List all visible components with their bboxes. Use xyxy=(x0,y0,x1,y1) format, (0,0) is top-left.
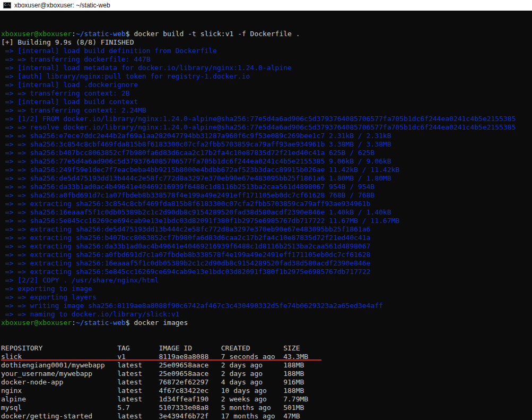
terminal-line: => [2/2] COPY . /usr/share/nginx/html xyxy=(1,276,532,285)
terminal-line: => => transferring context: 2.24MB xyxy=(1,106,532,115)
red-underline-annotation xyxy=(1,359,321,361)
cell-image_id: 76872ef62297 xyxy=(159,378,221,387)
terminal-line: => => sha256:b407bcc8063852cf7b980fa6d83… xyxy=(1,149,532,157)
terminal-line: => => writing image sha256:8119ae8a8088f… xyxy=(1,302,532,310)
cell-tag: 5.7 xyxy=(117,404,159,412)
cell-image_id: 25e09658aace xyxy=(159,361,221,370)
terminal-line: => => transferring context: 2B xyxy=(1,89,532,98)
terminal-line: => => sha256:249f59e1dec7f7eacbeba4bb921… xyxy=(1,166,532,174)
cell-size: 916MB xyxy=(283,378,333,387)
image-row: mysql5.75107333e08a85 months ago501MB xyxy=(1,404,532,412)
cell-repository: docker-node-app xyxy=(1,378,117,387)
cell-repository: docker/getting-started xyxy=(1,412,117,420)
cell-size: 47MB xyxy=(283,412,333,420)
terminal-line: => => sha256:16eaaaf5f1c0db05389b2c1c2d9… xyxy=(1,208,532,217)
terminal-line: => => extracting sha256:da33b1ad0ac4b496… xyxy=(1,242,532,251)
terminal-line: => => exporting layers xyxy=(1,293,532,302)
cell-tag: latest xyxy=(117,395,159,404)
image-row: docker/getting-startedlatest3e4394f6b72f… xyxy=(1,412,532,420)
terminal-line: xboxuser@xboxuser:~/static-web$ docker b… xyxy=(1,30,532,38)
terminal-screen[interactable]: xboxuser@xboxuser:~/static-web$ docker b… xyxy=(0,11,532,420)
build-output: xboxuser@xboxuser:~/static-web$ docker b… xyxy=(1,30,532,327)
cell-repository: REPOSITORY xyxy=(1,344,117,353)
terminal-line: => => resolve docker.io/library/nginx:1.… xyxy=(1,123,532,132)
cell-repository: dothiengiang0001/mywebapp xyxy=(1,361,117,370)
image-row: nginxlatest4f67c83422ec10 days ago188MB xyxy=(1,387,532,395)
cell-image_id: 25e09658aace xyxy=(159,370,221,378)
terminal-line: => => extracting sha256:5e845cc16269ce69… xyxy=(1,268,532,276)
terminal-line: => [auth] library/nginx:pull token for r… xyxy=(1,72,532,81)
cell-tag: latest xyxy=(117,412,159,420)
cell-tag: TAG xyxy=(117,344,159,353)
cell-image_id: 3e4394f6b72f xyxy=(159,412,221,420)
terminal-line: => => extracting sha256:a0fbd691d7c1a07f… xyxy=(1,251,532,259)
cell-image_id: 5107333e08a8 xyxy=(159,404,221,412)
cell-size: 501MB xyxy=(283,404,333,412)
terminal-line: => [internal] load build definition from… xyxy=(1,47,532,55)
cell-size: 188MB xyxy=(283,387,333,395)
cell-image_id: 4f67c83422ec xyxy=(159,387,221,395)
image-row: slickv18119ae8a80887 seconds ago43.3MB xyxy=(1,353,532,361)
terminal-line: => => sha256:3c854c8cbf469fda815b8f61833… xyxy=(1,140,532,149)
cell-size: SIZE xyxy=(283,344,333,353)
terminal-line: => => sha256:e7ece7ddc2e44b2af69a1aa2820… xyxy=(1,132,532,140)
cell-size: 188MB xyxy=(283,370,333,378)
cell-created: 2 days ago xyxy=(221,361,283,370)
terminal-line: => => sha256:77e5d4a6ad906c5d37937640857… xyxy=(1,157,532,166)
cell-image_id: 1d34ffeaf190 xyxy=(159,395,221,404)
terminal-line: => => extracting sha256:3c854c8cbf469fda… xyxy=(1,200,532,208)
terminal-line: xboxuser@xboxuser:~/static-web$ docker i… xyxy=(1,319,532,327)
table-header-row: REPOSITORYTAGIMAGE IDCREATEDSIZE xyxy=(1,344,532,353)
cell-tag: latest xyxy=(117,370,159,378)
cell-created: 10 days ago xyxy=(221,387,283,395)
window-titlebar[interactable]: C:\. xboxuser@xboxuser: ~/static-web xyxy=(0,0,532,11)
console-icon: C:\. xyxy=(3,2,11,8)
cell-tag: latest xyxy=(117,387,159,395)
terminal-line: => => naming to docker.io/library/slick:… xyxy=(1,310,532,319)
image-row: your_username/mywebapplatest25e09658aace… xyxy=(1,370,532,378)
terminal-line: => => extracting sha256:16eaaaf5f1c0db05… xyxy=(1,259,532,268)
window-title: xboxuser@xboxuser: ~/static-web xyxy=(14,2,110,9)
cell-created: 17 months ago xyxy=(221,412,283,420)
terminal-line: => => sha256:a0fbd691d7c1a07fbdeb8b33857… xyxy=(1,191,532,200)
cell-repository: your_username/mywebapp xyxy=(1,370,117,378)
terminal-line: => [internal] load metadata for docker.i… xyxy=(1,64,532,72)
terminal-line: => exporting to image xyxy=(1,285,532,293)
docker-images-table: REPOSITORYTAGIMAGE IDCREATEDSIZEslickv18… xyxy=(1,344,532,420)
cell-image_id: IMAGE ID xyxy=(159,344,221,353)
terminal-line: => [internal] load .dockerignore xyxy=(1,81,532,89)
terminal-line: => => sha256:5e845cc16269ce694cab9e13e1b… xyxy=(1,217,532,225)
terminal-line: => => extracting sha256:b407bcc8063852cf… xyxy=(1,234,532,242)
terminal-line: [+] Building 9.9s (8/8) FINISHED xyxy=(1,38,532,47)
cell-repository: nginx xyxy=(1,387,117,395)
cell-repository: alpine xyxy=(1,395,117,404)
terminal-line: => => sha256:de5d475193dd13b444c2e58fc77… xyxy=(1,174,532,183)
terminal-line: => => sha256:da33b1ad0ac4b49641e40469216… xyxy=(1,183,532,191)
cell-tag: latest xyxy=(117,378,159,387)
cell-size: 7.79MB xyxy=(283,395,333,404)
terminal-line: => [internal] load build context xyxy=(1,98,532,106)
cell-created: 2 days ago xyxy=(221,370,283,378)
image-row: docker-node-applatest76872ef622974 days … xyxy=(1,378,532,387)
image-row: dothiengiang0001/mywebapplatest25e09658a… xyxy=(1,361,532,370)
terminal-line: => [1/2] FROM docker.io/library/nginx:1.… xyxy=(1,115,532,123)
terminal-line: => => transferring dockerfile: 447B xyxy=(1,55,532,64)
cell-size: 188MB xyxy=(283,361,333,370)
cell-created: 4 days ago xyxy=(221,378,283,387)
cell-created: CREATED xyxy=(221,344,283,353)
image-row: alpinelatest1d34ffeaf1902 weeks ago7.79M… xyxy=(1,395,532,404)
cell-repository: mysql xyxy=(1,404,117,412)
cell-created: 2 weeks ago xyxy=(221,395,283,404)
cell-created: 5 months ago xyxy=(221,404,283,412)
terminal-line: => => extracting sha256:de5d475193dd13b4… xyxy=(1,225,532,234)
cell-tag: latest xyxy=(117,361,159,370)
